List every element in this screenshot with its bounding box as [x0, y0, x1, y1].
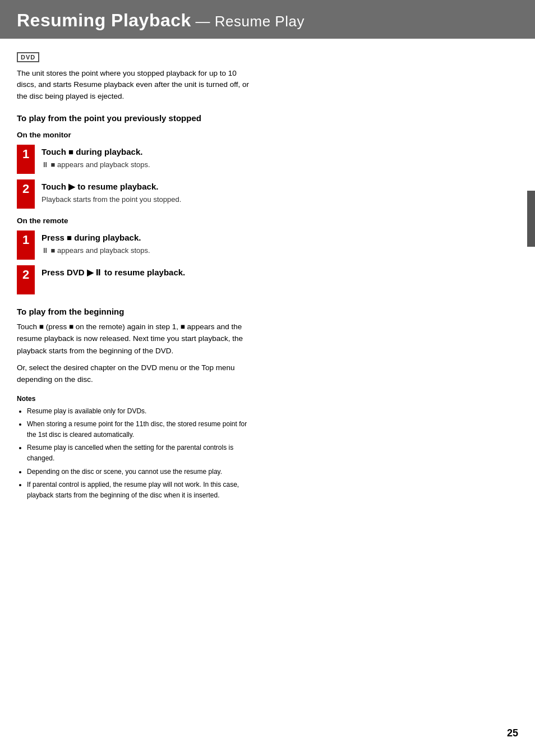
monitor-step-2: 2 Touch ▶ to resume playback. Playback s…	[17, 179, 518, 209]
remote-step-number-2: 2	[17, 265, 35, 294]
remote-step-1: 1 Press ■ during playback. ⏸ ■ appears a…	[17, 231, 518, 260]
step-2-sub: Playback starts from the point you stopp…	[41, 195, 518, 205]
step-2-main: Touch ▶ to resume playback.	[41, 181, 518, 192]
remote-steps: 1 Press ■ during playback. ⏸ ■ appears a…	[17, 231, 518, 294]
remote-step-1-sub: ⏸ ■ appears and playback stops.	[41, 246, 518, 256]
remote-step-2: 2 Press DVD ▶⏸ to resume playback.	[17, 265, 518, 294]
note-item-1: Resume play is available only for DVDs.	[27, 406, 252, 417]
page-number: 25	[507, 727, 518, 739]
notes-section: Notes Resume play is available only for …	[17, 395, 518, 501]
monitor-step-1: 1 Touch ■ during playback. ⏸ ■ appears a…	[17, 145, 518, 174]
step-2-content: Touch ▶ to resume playback. Playback sta…	[41, 179, 518, 205]
note-item-2: When storing a resume point for the 11th…	[27, 419, 252, 440]
remote-step-1-main: Press ■ during playback.	[41, 232, 518, 243]
title-thin: — Resume Play	[191, 13, 305, 30]
intro-text: The unit stores the point where you stop…	[17, 68, 252, 102]
step-1-sub: ⏸ ■ appears and playback stops.	[41, 160, 518, 170]
remote-step-2-content: Press DVD ▶⏸ to resume playback.	[41, 265, 518, 280]
note-item-3: Resume play is cancelled when the settin…	[27, 442, 252, 464]
notes-title: Notes	[17, 395, 518, 403]
on-monitor-label: On the monitor	[17, 131, 518, 139]
step-1-main: Touch ■ during playback.	[41, 146, 518, 158]
title-bold: Resuming Playback	[17, 10, 191, 30]
main-content: DVD The unit stores the point where you …	[0, 52, 535, 520]
section2-body1: Touch ■ (press ■ on the remote) again in…	[17, 321, 252, 357]
step-number-1: 1	[17, 145, 35, 174]
section2-body2: Or, select the desired chapter on the DV…	[17, 362, 252, 386]
monitor-steps: 1 Touch ■ during playback. ⏸ ■ appears a…	[17, 145, 518, 209]
remote-step-1-content: Press ■ during playback. ⏸ ■ appears and…	[41, 231, 518, 256]
page-title: Resuming Playback — Resume Play	[17, 10, 518, 31]
section2-title: To play from the beginning	[17, 307, 518, 316]
remote-step-2-main: Press DVD ▶⏸ to resume playback.	[41, 266, 518, 278]
step-number-2: 2	[17, 179, 35, 209]
section1-title: To play from the point you previously st…	[17, 113, 252, 123]
on-remote-label: On the remote	[17, 216, 518, 225]
page-header: Resuming Playback — Resume Play	[0, 0, 535, 39]
note-item-4: Depending on the disc or scene, you cann…	[27, 467, 252, 477]
notes-list: Resume play is available only for DVDs. …	[17, 406, 252, 501]
note-item-5: If parental control is applied, the resu…	[27, 480, 252, 501]
step-1-content: Touch ■ during playback. ⏸ ■ appears and…	[41, 145, 518, 170]
right-tab-marker	[527, 191, 535, 247]
remote-step-number-1: 1	[17, 231, 35, 260]
dvd-badge: DVD	[17, 52, 39, 62]
